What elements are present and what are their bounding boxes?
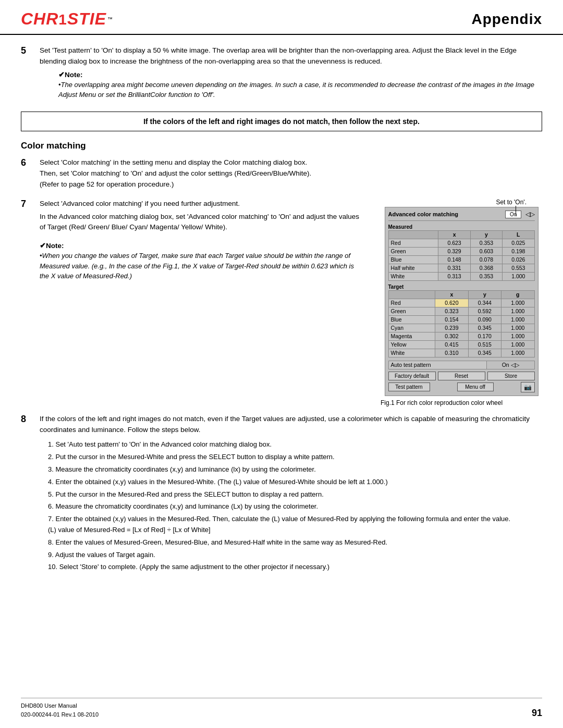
dialog-wrapper: Advanced color matching On ◁▷ Measured x [381, 207, 542, 406]
target-green-color: Green [388, 307, 435, 315]
manual-name: DHD800 User Manual [21, 701, 99, 710]
auto-test-pattern-row: Auto test pattern On ◁▷ [388, 361, 534, 369]
target-red-x[interactable]: 0.620 [435, 299, 468, 307]
step-8-item-7: Enter the obtained (x,y) values in the M… [48, 514, 542, 536]
step-5-note-title: ✔Note: [58, 70, 542, 79]
step-7-sub-text: In the Advanced color matching dialog bo… [40, 212, 365, 233]
set-to-on-label: Set to 'On'. [381, 199, 527, 206]
step-5-note: ✔Note: •The overlapping area might becom… [58, 70, 542, 100]
fig-caption: Fig.1 For rich color reproduction color … [381, 399, 542, 406]
target-white-y: 0.345 [468, 349, 501, 357]
target-row-cyan: Cyan 0.239 0.345 1.000 [388, 324, 534, 332]
dialog-button-row-2: Test pattern Menu off 📷 [388, 382, 535, 392]
step-7-note: ✔Note: •When you change the values of Ta… [40, 241, 365, 281]
target-green-x: 0.323 [435, 307, 468, 315]
measured-red-y: 0.353 [470, 239, 502, 247]
target-header-empty [388, 290, 435, 299]
measured-green-l: 0.198 [503, 247, 534, 255]
menu-off-button[interactable]: Menu off [457, 382, 494, 391]
factory-default-button[interactable]: Factory default [388, 372, 436, 380]
step-8-item-3: Measure the chromaticity coordinates (x,… [48, 464, 542, 475]
step-8-item-8: Enter the values of Mesured-Green, Mesur… [48, 537, 542, 548]
step-8-item-1: Set 'Auto test pattern' to 'On' in the A… [48, 439, 542, 450]
target-row-blue: Blue 0.154 0.090 1.000 [388, 315, 534, 324]
measured-header-empty [388, 230, 438, 239]
target-table: x y g Red 0.620 0.344 1.000 [388, 290, 535, 357]
store-button[interactable]: Store [487, 372, 535, 380]
step-8-item-9: Adjust the values of Target again. [48, 550, 542, 561]
step-5-note-text: •The overlapping area might become uneve… [58, 80, 542, 100]
auto-test-pattern-table: Auto test pattern On ◁▷ [388, 361, 535, 369]
target-white-color: White [388, 349, 435, 357]
step-7-block: 7 Select 'Advanced color matching' if yo… [21, 199, 365, 233]
auto-test-pattern-label: Auto test pattern [388, 361, 486, 369]
step-8-block: 8 If the colors of the left and right im… [21, 414, 542, 575]
target-red-y: 0.344 [468, 299, 501, 307]
step-7-left: 7 Select 'Advanced color matching' if yo… [21, 199, 365, 285]
dialog-title-bar: Advanced color matching On ◁▷ [388, 211, 535, 221]
target-label: Target [388, 284, 535, 290]
measured-white-y: 0.353 [470, 272, 502, 280]
step-8-item-4: Enter the obtained (x,y) values in the M… [48, 477, 542, 488]
test-pattern-button[interactable]: Test pattern [388, 382, 430, 391]
target-cyan-x: 0.239 [435, 324, 468, 332]
measured-row-red: Red 0.623 0.353 0.025 [388, 239, 534, 247]
step-5-text: Set 'Test pattern' to 'On' to display a … [40, 45, 542, 67]
target-blue-y: 0.090 [468, 315, 501, 324]
measured-halfwhite-color: Half white [388, 264, 438, 272]
target-blue-x: 0.154 [435, 315, 468, 324]
dialog-box: Advanced color matching On ◁▷ Measured x [385, 207, 538, 396]
step-6-text: Select 'Color matching' in the setting m… [40, 157, 311, 190]
target-row-magenta: Magenta 0.302 0.170 1.000 [388, 332, 534, 340]
target-magenta-x: 0.302 [435, 332, 468, 340]
dialog-arrow-icon: ◁▷ [525, 211, 535, 218]
target-yellow-x: 0.415 [435, 340, 468, 349]
target-white-x: 0.310 [435, 349, 468, 357]
measured-header-y: y [470, 230, 502, 239]
target-yellow-g: 1.000 [501, 340, 534, 349]
measured-halfwhite-y: 0.368 [470, 264, 502, 272]
target-cyan-color: Cyan [388, 324, 435, 332]
camera-icon: 📷 [521, 382, 535, 392]
reset-button[interactable]: Reset [438, 372, 485, 380]
target-cyan-g: 1.000 [501, 324, 534, 332]
logo-trademark: ™ [107, 16, 113, 22]
measured-label: Measured [388, 224, 535, 230]
measured-row-white: White 0.313 0.353 1.000 [388, 272, 534, 280]
doc-number: 020-000244-01 Rev.1 08-2010 [21, 710, 99, 719]
target-header-g: g [501, 290, 534, 299]
step-6-number: 6 [21, 157, 35, 168]
step-7-note-text: •When you change the values of Target, m… [40, 251, 365, 281]
footer-left: DHD800 User Manual 020-000244-01 Rev.1 0… [21, 701, 99, 719]
target-magenta-y: 0.170 [468, 332, 501, 340]
step-7-right: Set to 'On'. Advanced color matching On … [381, 199, 542, 406]
measured-row-green: Green 0.329 0.603 0.198 [388, 247, 534, 255]
target-header-x: x [435, 290, 468, 299]
logo-text: CHR1STIE [21, 9, 106, 29]
target-row-green: Green 0.323 0.592 1.000 [388, 307, 534, 315]
step-8-item-10: Select 'Store' to complete. (Apply the s… [48, 562, 542, 573]
page-number: 91 [532, 708, 542, 719]
step-7-main-text: Select 'Advanced color matching' if you … [40, 199, 365, 209]
dialog-on-button[interactable]: On [505, 211, 521, 218]
target-header-y: y [468, 290, 501, 299]
measured-row-halfwhite: Half white 0.331 0.368 0.553 [388, 264, 534, 272]
measured-header-l: L [503, 230, 534, 239]
measured-halfwhite-x: 0.331 [438, 264, 470, 272]
step-8-number: 8 [21, 414, 35, 425]
step-8-list: Set 'Auto test pattern' to 'On' in the A… [40, 439, 542, 573]
step-7-note-title: ✔Note: [40, 241, 365, 250]
target-white-g: 1.000 [501, 349, 534, 357]
auto-test-arrow-icon: ◁▷ [511, 362, 519, 368]
step-8-main-text: If the colors of the left and right imag… [40, 414, 542, 436]
target-magenta-color: Magenta [388, 332, 435, 340]
measured-white-x: 0.313 [438, 272, 470, 280]
step-5-number: 5 [21, 45, 35, 56]
step-5-block: 5 Set 'Test pattern' to 'On' to display … [21, 45, 542, 103]
target-blue-color: Blue [388, 315, 435, 324]
auto-test-pattern-value: On ◁▷ [486, 361, 534, 369]
step-7-number: 7 [21, 199, 35, 209]
target-row-red: Red 0.620 0.344 1.000 [388, 299, 534, 307]
measured-red-x: 0.623 [438, 239, 470, 247]
step-7-area: 7 Select 'Advanced color matching' if yo… [21, 199, 542, 406]
